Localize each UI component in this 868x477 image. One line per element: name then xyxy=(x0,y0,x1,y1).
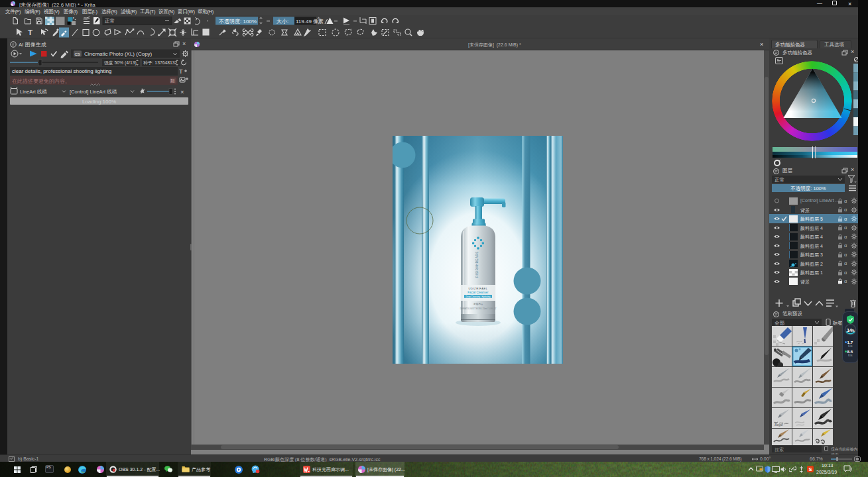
svg-text:大小:: 大小: xyxy=(277,19,288,25)
svg-text:DERMATOLOGIST TESTED 150ml / 5: DERMATOLOGIST TESTED 150ml / 5.0 FL.OZ xyxy=(460,307,497,310)
svg-text:[Control] LineArt 线稿: [Control] LineArt 线稿 xyxy=(70,89,117,95)
svg-text:RISIRAHREARS: RISIRAHREARS xyxy=(475,251,479,278)
svg-text:Regd: Regd xyxy=(774,423,783,427)
svg-text:深层清洁: 深层清洁 xyxy=(473,303,483,305)
svg-text:CS: CS xyxy=(75,52,80,56)
svg-text:Cinematic Photo (XL) (Copy): Cinematic Photo (XL) (Copy) xyxy=(84,51,153,57)
svg-text:不透明度: 100%: 不透明度: 100% xyxy=(219,19,257,25)
svg-text:T: T xyxy=(28,28,32,36)
svg-text:Deep Cleansing · Hydrating: Deep Cleansing · Hydrating xyxy=(466,295,491,298)
svg-text:Facial Cleanser: Facial Cleanser xyxy=(467,291,489,294)
svg-text:强度 50% (4/13): 强度 50% (4/13) xyxy=(104,60,137,66)
svg-text:×: × xyxy=(180,88,184,95)
svg-text:T: T xyxy=(179,68,183,75)
svg-text:正常: 正常 xyxy=(105,18,115,24)
svg-text:LineArt 线稿: LineArt 线稿 xyxy=(20,89,47,95)
svg-text:种子: 137648132: 种子: 137648132 xyxy=(143,60,178,66)
svg-text:UDIZRIFAEL: UDIZRIFAEL xyxy=(468,287,487,290)
